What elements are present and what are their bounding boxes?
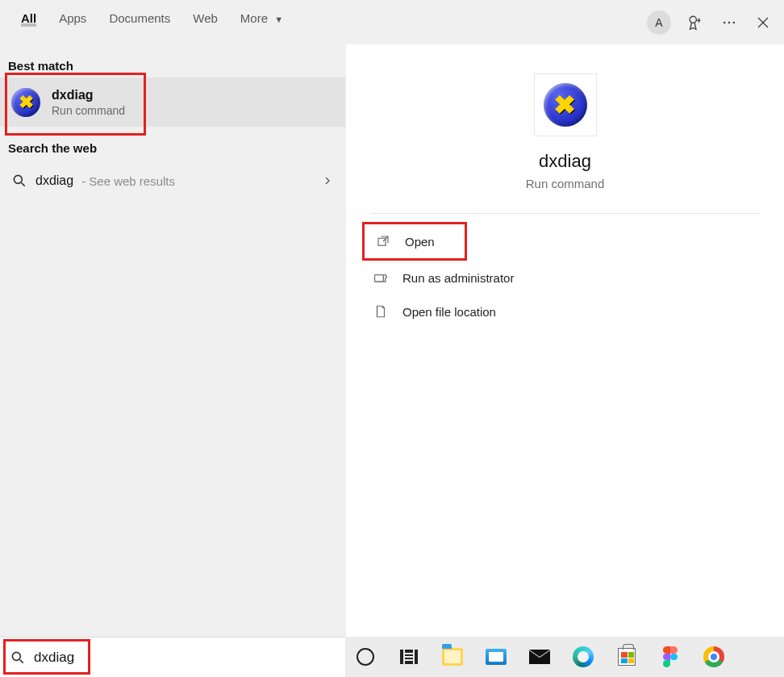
chevron-right-icon	[323, 174, 332, 187]
task-view-icon[interactable]	[397, 645, 421, 669]
search-icon	[11, 173, 27, 189]
preview-title: dxdiag	[539, 151, 591, 172]
tab-apps[interactable]: Apps	[48, 0, 98, 25]
open-icon	[374, 232, 392, 250]
action-run-admin-label: Run as administrator	[402, 271, 514, 285]
chevron-down-icon: ▼	[274, 15, 283, 24]
preview-app-tile: ✖	[534, 73, 597, 136]
action-open-label: Open	[405, 235, 435, 249]
rewards-icon[interactable]	[686, 13, 705, 32]
tab-more[interactable]: More ▼	[229, 0, 294, 25]
microsoft-store-icon[interactable]	[615, 645, 639, 669]
result-subtitle: Run command	[52, 104, 125, 117]
search-icon	[10, 650, 26, 666]
tab-web[interactable]: Web	[181, 0, 229, 25]
svg-point-1	[724, 21, 726, 23]
preview-panel: ✖ dxdiag Run command Open	[345, 44, 784, 637]
close-icon[interactable]	[753, 13, 773, 32]
more-options-icon[interactable]	[719, 13, 739, 32]
action-run-admin[interactable]: Run as administrator	[362, 261, 768, 295]
svg-point-7	[12, 652, 20, 660]
web-hint: - See web results	[81, 174, 175, 188]
dxdiag-app-icon: ✖	[11, 88, 40, 117]
search-box[interactable]	[0, 637, 345, 677]
preview-subtitle: Run command	[526, 177, 605, 190]
dxdiag-app-icon: ✖	[544, 83, 587, 127]
contacts-app-icon[interactable]	[484, 645, 508, 669]
best-match-result[interactable]: ✖ dxdiag Run command	[0, 77, 345, 127]
result-title: dxdiag	[52, 87, 125, 102]
action-open-location[interactable]: Open file location	[362, 295, 768, 328]
filter-tabs: All Apps Documents Web More ▼	[10, 0, 294, 44]
admin-shield-icon	[372, 269, 390, 286]
user-avatar[interactable]: A	[647, 10, 671, 35]
action-open[interactable]: Open	[365, 224, 444, 258]
best-match-heading: Best match	[0, 44, 345, 77]
svg-point-4	[14, 176, 22, 184]
svg-point-0	[690, 16, 696, 23]
figma-icon[interactable]	[658, 645, 682, 669]
taskbar	[345, 637, 784, 677]
svg-rect-6	[375, 275, 384, 282]
svg-point-2	[728, 21, 731, 23]
chrome-icon[interactable]	[702, 645, 726, 669]
search-header: All Apps Documents Web More ▼ A	[0, 0, 784, 44]
header-actions: A	[647, 10, 778, 35]
web-term: dxdiag	[35, 173, 73, 188]
web-search-result[interactable]: dxdiag - See web results	[0, 160, 345, 202]
svg-point-3	[733, 21, 736, 23]
folder-location-icon	[372, 303, 390, 320]
tab-more-label: More	[240, 11, 268, 25]
edge-browser-icon[interactable]	[571, 645, 595, 669]
search-web-heading: Search the web	[0, 127, 345, 160]
tab-documents[interactable]: Documents	[98, 0, 181, 25]
results-panel: Best match ✖ dxdiag Run command Search t…	[0, 44, 345, 637]
search-input[interactable]	[34, 650, 336, 666]
cortana-icon[interactable]	[353, 645, 377, 669]
action-open-location-label: Open file location	[402, 305, 496, 319]
mail-app-icon[interactable]	[528, 645, 552, 669]
file-explorer-icon[interactable]	[440, 645, 465, 669]
tab-all[interactable]: All	[10, 0, 48, 25]
